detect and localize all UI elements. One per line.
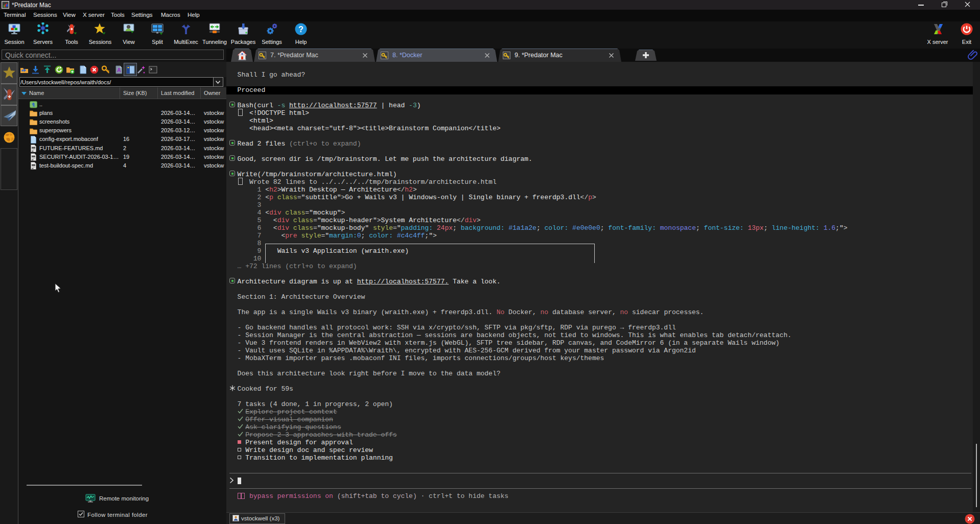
svg-text:?: ? [298,25,304,34]
svg-text:A: A [117,67,121,73]
